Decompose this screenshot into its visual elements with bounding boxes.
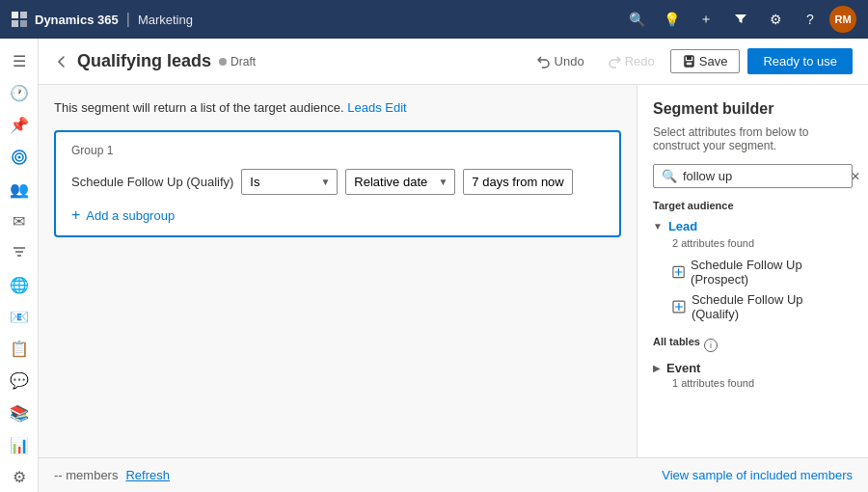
svg-rect-2 <box>12 20 18 27</box>
segment-editor: This segment will return a list of the t… <box>39 85 637 457</box>
operator-select[interactable]: Is <box>241 169 338 195</box>
sidebar-filter2-icon[interactable] <box>2 238 37 268</box>
lead-chevron-icon: ▼ <box>653 221 663 232</box>
date-type-select[interactable]: Relative date <box>345 169 455 195</box>
operator-select-wrapper[interactable]: Is ▼ <box>241 169 338 195</box>
lead-entity-group: ▼ Lead 2 attributes found Schedule Follo… <box>653 219 853 324</box>
condition-field: Schedule Follow Up (Qualify) <box>71 175 233 189</box>
svg-rect-0 <box>12 12 18 18</box>
condition-value: 7 days from now <box>463 169 572 195</box>
search-icon: 🔍 <box>662 169 677 183</box>
dynamics-logo-icon <box>12 12 27 27</box>
plus-icon[interactable]: ＋ <box>691 4 721 35</box>
page-content: This segment will return a list of the t… <box>39 85 868 457</box>
sidebar-recent-icon[interactable]: 🕐 <box>2 78 37 108</box>
status-dot <box>219 58 227 66</box>
back-button[interactable] <box>54 54 69 69</box>
attribute-qualify-icon <box>672 300 686 314</box>
attribute-qualify[interactable]: Schedule Follow Up (Qualify) <box>653 289 853 324</box>
refresh-link[interactable]: Refresh <box>125 468 170 482</box>
svg-point-6 <box>17 155 20 158</box>
sidebar-globe-icon[interactable]: 🌐 <box>2 270 37 300</box>
top-navigation: Dynamics 365 | Marketing 🔍 💡 ＋ ⚙ ? RM <box>0 0 868 39</box>
sidebar-library-icon[interactable]: 📚 <box>2 398 37 428</box>
target-svg <box>12 150 27 165</box>
segment-info: This segment will return a list of the t… <box>54 100 621 115</box>
save-icon <box>683 55 695 68</box>
sidebar-target-icon[interactable] <box>2 142 37 172</box>
group-label: Group 1 <box>71 144 604 157</box>
redo-button[interactable]: Redo <box>600 50 663 72</box>
main-content: Qualifying leads Draft Undo Redo Save <box>39 39 868 492</box>
sidebar: ☰ 🕐 📌 👥 ✉ 🌐 📧 📋 💬 📚 📊 ⚙ <box>0 39 39 492</box>
ready-to-use-button[interactable]: Ready to use <box>747 48 853 74</box>
attribute-qualify-label: Schedule Follow Up (Qualify) <box>692 292 853 321</box>
panel-title: Segment builder <box>653 100 853 118</box>
brand-name: Dynamics 365 <box>12 12 119 27</box>
status-badge: Draft <box>219 55 256 68</box>
group-box: Group 1 Schedule Follow Up (Qualify) Is … <box>54 130 621 237</box>
members-text: -- members <box>54 468 118 482</box>
sidebar-chart-icon[interactable]: 📊 <box>2 430 37 460</box>
module-name: Marketing <box>138 13 193 27</box>
nav-divider: | <box>126 11 130 28</box>
avatar[interactable]: RM <box>829 6 856 33</box>
right-panel: Segment builder Select attributes from b… <box>637 85 868 457</box>
topnav-icons: 🔍 💡 ＋ ⚙ ? RM <box>621 4 856 35</box>
sidebar-mail-icon[interactable]: 📧 <box>2 302 37 332</box>
sidebar-chat-icon[interactable]: 💬 <box>2 366 37 396</box>
all-tables-header: All tables i <box>653 336 853 355</box>
entity-link[interactable]: Leads <box>347 100 381 115</box>
lead-entity-header[interactable]: ▼ Lead <box>653 219 853 233</box>
edit-link[interactable]: Edit <box>385 100 406 115</box>
page-title: Qualifying leads <box>77 51 211 71</box>
sidebar-settings2-icon[interactable]: ⚙ <box>2 462 37 492</box>
event-entity-name: Event <box>666 361 700 375</box>
undo-button[interactable]: Undo <box>529 50 592 72</box>
all-tables-section: All tables i ▶ Event 1 attributes found <box>653 336 853 389</box>
condition-row: Schedule Follow Up (Qualify) Is ▼ Relati… <box>71 169 604 195</box>
svg-rect-9 <box>686 62 692 66</box>
back-arrow-icon <box>54 54 69 69</box>
page-header: Qualifying leads Draft Undo Redo Save <box>39 39 868 85</box>
help-icon[interactable]: ? <box>795 4 826 35</box>
add-subgroup-button[interactable]: + Add a subgroup <box>71 206 175 224</box>
filter2-svg <box>12 245 27 260</box>
clear-search-icon[interactable]: ✕ <box>851 170 860 183</box>
search-nav-icon[interactable]: 🔍 <box>621 4 652 35</box>
attribute-prospect-icon <box>672 265 685 279</box>
attribute-prospect[interactable]: Schedule Follow Up (Prospect) <box>653 255 853 289</box>
sidebar-form-icon[interactable]: 📋 <box>2 334 37 364</box>
all-tables-label: All tables <box>653 336 700 347</box>
view-sample-link[interactable]: View sample of included members <box>662 468 853 482</box>
lightbulb-icon[interactable]: 💡 <box>656 4 687 35</box>
event-entity-header[interactable]: ▶ Event <box>653 361 853 375</box>
search-box[interactable]: 🔍 ✕ <box>653 164 853 188</box>
date-type-select-wrapper[interactable]: Relative date ▼ <box>345 169 455 195</box>
plus-subgroup-icon: + <box>71 206 80 224</box>
sidebar-menu-icon[interactable]: ☰ <box>2 46 37 76</box>
settings-icon[interactable]: ⚙ <box>760 4 791 35</box>
sidebar-email-icon[interactable]: ✉ <box>2 206 37 236</box>
svg-rect-8 <box>687 56 692 60</box>
search-input[interactable] <box>683 169 845 183</box>
sidebar-people-icon[interactable]: 👥 <box>2 175 37 205</box>
redo-icon <box>608 55 621 68</box>
undo-icon <box>537 55 551 68</box>
save-button[interactable]: Save <box>670 49 741 73</box>
filter-icon[interactable] <box>725 4 756 35</box>
svg-rect-1 <box>20 12 27 18</box>
event-chevron-icon: ▶ <box>653 363 661 373</box>
lead-entity-name: Lead <box>668 219 697 233</box>
filter-svg <box>734 13 747 26</box>
sidebar-pin-icon[interactable]: 📌 <box>2 110 37 140</box>
status-bar: -- members Refresh View sample of includ… <box>39 457 868 492</box>
target-audience-label: Target audience <box>653 200 853 211</box>
header-actions: Undo Redo Save Ready to use <box>529 48 853 74</box>
svg-rect-3 <box>20 20 27 27</box>
all-tables-info-icon[interactable]: i <box>704 339 718 352</box>
lead-entity-count: 2 attributes found <box>672 237 853 249</box>
status-label: Draft <box>231 55 256 68</box>
attribute-prospect-label: Schedule Follow Up (Prospect) <box>691 258 853 287</box>
panel-description: Select attributes from below to construc… <box>653 125 853 152</box>
